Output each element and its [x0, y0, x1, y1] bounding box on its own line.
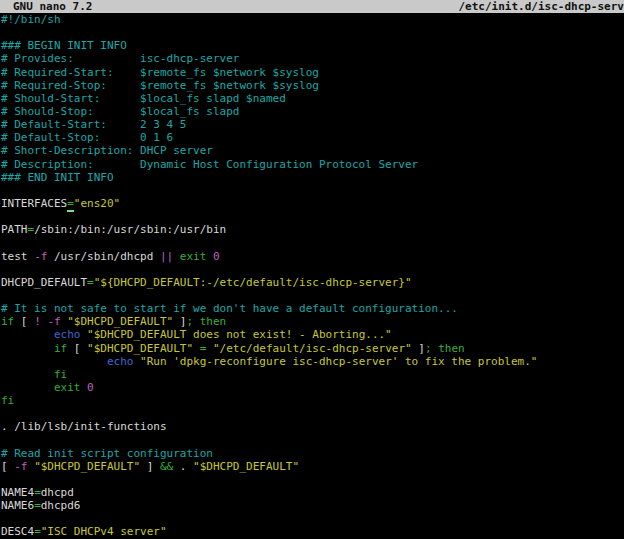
file-path-label: /etc/init.d/isc-dhcp-serv [458, 0, 624, 13]
code-line: PATH=/sbin:/bin:/usr/sbin:/usr/bin [1, 223, 624, 236]
code-line [1, 289, 624, 302]
code-line: # Short-Description: DHCP server [1, 144, 624, 157]
code-line: NAME6=dhcpd6 [1, 499, 624, 512]
code-line: # Should-Start: $local_fs slapd $named [1, 92, 624, 105]
code-line: fi [1, 394, 624, 407]
code-line: # Required-Stop: $remote_fs $network $sy… [1, 79, 624, 92]
code-line: DESC4="ISC DHCPv4 server" [1, 525, 624, 538]
code-line [1, 26, 624, 39]
code-line: echo "$DHCPD_DEFAULT does not exist! - A… [1, 328, 624, 341]
code-line: # It is not safe to start if we don't ha… [1, 302, 624, 315]
code-line: DHCPD_DEFAULT="${DHCPD_DEFAULT:-/etc/def… [1, 276, 624, 289]
code-line: ### BEGIN INIT INFO [1, 39, 624, 52]
code-line: # Required-Start: $remote_fs $network $s… [1, 66, 624, 79]
code-line [1, 210, 624, 223]
code-line: INTERFACES="ens20" [1, 197, 624, 210]
code-line: [ -f "$DHCPD_DEFAULT" ] && . "$DHCPD_DEF… [1, 460, 624, 473]
code-line: # Default-Start: 2 3 4 5 [1, 118, 624, 131]
code-line: # Description: Dynamic Host Configuratio… [1, 158, 624, 171]
code-line [1, 263, 624, 276]
editor-area[interactable]: #!/bin/sh### BEGIN INIT INFO# Provides: … [1, 13, 624, 539]
text-cursor: = [67, 197, 74, 212]
code-line [1, 236, 624, 249]
code-line: if [ "$DHCPD_DEFAULT" = "/etc/default/is… [1, 342, 624, 355]
code-line: . /lib/lsb/init-functions [1, 420, 624, 433]
code-line: echo "Run 'dpkg-reconfigure isc-dhcp-ser… [1, 355, 624, 368]
code-line: #!/bin/sh [1, 13, 624, 26]
code-line: ### END INIT INFO [1, 171, 624, 184]
code-line [1, 407, 624, 420]
nano-version-label: GNU nano 7.2 [0, 0, 92, 13]
code-line: NAME4=dhcpd [1, 486, 624, 499]
code-line [1, 184, 624, 197]
code-line: fi [1, 368, 624, 381]
code-line: if [ ! -f "$DHCPD_DEFAULT" ]; then [1, 315, 624, 328]
code-line: # Read init script configuration [1, 447, 624, 460]
code-line: test -f /usr/sbin/dhcpd || exit 0 [1, 250, 624, 263]
terminal-window: GNU nano 7.2 /etc/init.d/isc-dhcp-serv #… [0, 0, 624, 539]
code-line [1, 434, 624, 447]
code-line: # Provides: isc-dhcp-server [1, 52, 624, 65]
code-line: exit 0 [1, 381, 624, 394]
nano-titlebar: GNU nano 7.2 /etc/init.d/isc-dhcp-serv [0, 0, 624, 13]
code-line [1, 473, 624, 486]
code-line: # Should-Stop: $local_fs slapd [1, 105, 624, 118]
code-line: # Default-Stop: 0 1 6 [1, 131, 624, 144]
code-line [1, 512, 624, 525]
